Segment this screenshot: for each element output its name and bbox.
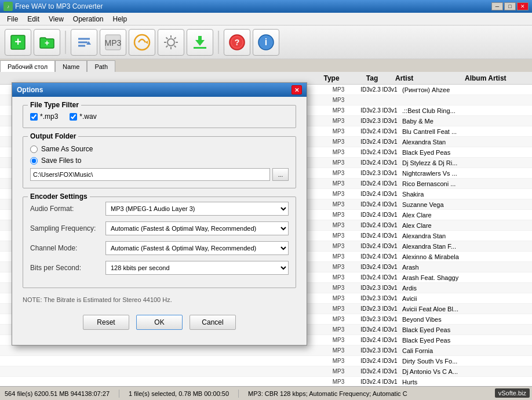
row-artist: (Рингтон) Ahzee — [402, 86, 472, 93]
menu-help[interactable]: Help — [108, 13, 132, 25]
toolbar-separator-1 — [65, 31, 66, 54]
row-artist: Cali Fornia — [402, 347, 472, 354]
wav-checkbox[interactable] — [70, 113, 77, 121]
row-type: MP3 — [321, 285, 356, 291]
menu-view[interactable]: View — [44, 13, 68, 25]
menu-file[interactable]: File — [2, 13, 23, 25]
col-header-type[interactable]: Type — [314, 74, 349, 82]
sampling-freq-label: Sampling Frequency: — [30, 224, 105, 232]
watermark: vSofte.biz — [495, 388, 530, 398]
row-type: MP3 — [321, 149, 356, 155]
download-btn[interactable] — [187, 29, 213, 56]
channel-mode-select[interactable]: Automatic (Fastest & Optimal Way, Recomm… — [105, 241, 289, 255]
minimize-button[interactable]: ─ — [491, 2, 503, 10]
row-type: MP3 — [321, 347, 356, 354]
row-type: MP3 — [321, 243, 356, 249]
row-artist: Suzanne Vega — [402, 201, 472, 208]
file-type-filter-title: File Type Filter — [28, 101, 81, 109]
convert-btn[interactable] — [129, 29, 155, 56]
add-file-btn[interactable]: + — [5, 29, 31, 56]
cancel-button[interactable]: Cancel — [190, 315, 236, 330]
row-artist: Alexandra Stan — [402, 139, 472, 146]
row-artist: Black Eyed Peas — [402, 149, 472, 156]
status-selected: 1 file(s) selected, 0.78 MB 00:00:50 — [129, 390, 229, 397]
row-artist: Dj Antonio Vs C A... — [402, 368, 472, 375]
table-row[interactable]: MP3 ID3v2.3 ID3v1 Cali Fornia — [0, 346, 532, 356]
menu-operation[interactable]: Operation — [68, 13, 108, 25]
table-row[interactable]: MP3 ID3v2.4 ID3v1 Dj Antonio Vs C A... — [0, 366, 532, 377]
tab-desktop[interactable]: Рабочий стол — [0, 60, 55, 72]
row-artist: Avicii — [402, 295, 472, 302]
row-artist: Black Eyed Peas — [402, 337, 472, 344]
path-input[interactable] — [30, 168, 270, 181]
bits-per-sec-select[interactable]: 128 kbits per second — [105, 261, 289, 275]
row-type: MP3 — [321, 326, 356, 333]
row-type: MP3 — [321, 274, 356, 281]
row-tag: ID3v2.4 ID3v1 — [356, 201, 402, 208]
add-folder-btn[interactable]: + — [34, 29, 60, 56]
app-icon: ♪ — [3, 2, 13, 11]
row-artist: Baby & Me — [402, 118, 472, 125]
audio-format-select[interactable]: MP3 (MPEG-1 Audio Layer 3) — [105, 202, 289, 216]
row-type: MP3 — [321, 264, 356, 270]
save-files-to-radio-label[interactable]: Save Files to — [30, 157, 289, 165]
reset-button[interactable]: Reset — [83, 315, 129, 330]
info-btn[interactable]: i — [253, 29, 279, 56]
audio-format-label: Audio Format: — [30, 205, 105, 213]
same-as-source-label: Same As Source — [41, 145, 93, 153]
row-artist: Alexandra Stan F... — [402, 243, 472, 250]
file-type-filter-section: File Type Filter *.mp3 *.wav — [23, 105, 296, 128]
save-files-to-radio[interactable] — [30, 157, 38, 165]
row-type: MP3 — [321, 139, 356, 145]
options-dialog: Options ✕ File Type Filter *.mp3 *.wav — [12, 82, 307, 346]
row-artist: Dj Stylezz & Dj Ri... — [402, 159, 472, 166]
sort-btn[interactable] — [71, 29, 97, 56]
sampling-freq-select[interactable]: Automatic (Fastest & Optimal Way, Recomm… — [105, 221, 289, 235]
status-separator-1 — [119, 390, 119, 398]
svg-text:+: + — [45, 38, 49, 48]
maximize-button[interactable]: □ — [504, 2, 516, 10]
toolbar: + + MP3 ? i — [0, 26, 532, 59]
dialog-close-button[interactable]: ✕ — [291, 85, 302, 94]
row-type: MP3 — [321, 358, 356, 364]
col-header-tag[interactable]: Tag — [349, 74, 395, 82]
dialog-title: Options — [17, 86, 43, 94]
row-type: MP3 — [321, 159, 356, 166]
encoder-settings-title: Encoder Settings — [28, 192, 90, 201]
tab-name[interactable]: Name — [55, 60, 87, 72]
tab-path[interactable]: Path — [87, 60, 115, 72]
row-tag: ID3v2.4 ID3v1 — [356, 243, 402, 249]
menu-edit[interactable]: Edit — [23, 13, 44, 25]
help-btn[interactable]: ? — [224, 29, 250, 56]
note-text: NOTE: The Bitrate is Estimated for Stere… — [23, 296, 296, 303]
dialog-buttons: Reset OK Cancel — [23, 311, 296, 337]
table-row[interactable]: MP3 ID3v2.4 ID3v1 Hurts — [0, 377, 532, 386]
settings-btn[interactable] — [158, 29, 184, 56]
close-button[interactable]: ✕ — [517, 2, 529, 10]
options-btn[interactable]: MP3 — [100, 29, 126, 56]
browse-button[interactable]: ... — [272, 168, 289, 181]
same-as-source-radio[interactable] — [30, 146, 38, 153]
col-header-album-artist[interactable]: Album Artist — [465, 74, 523, 82]
row-type: MP3 — [321, 97, 356, 103]
row-artist: Alex Clare — [402, 222, 472, 229]
svg-rect-14 — [194, 47, 206, 49]
svg-text:MP3: MP3 — [105, 38, 122, 48]
row-type: MP3 — [321, 222, 356, 228]
row-tag: ID3v2.3 ID3v1 — [356, 295, 402, 301]
row-tag: ID3v2.4 ID3v1 — [356, 149, 402, 155]
table-row[interactable]: MP3 ID3v2.4 ID3v1 Dirty South Vs Fo... — [0, 356, 532, 366]
col-header-artist[interactable]: Artist — [395, 74, 465, 82]
svg-text:i: i — [265, 37, 267, 47]
row-type: MP3 — [321, 337, 356, 343]
row-artist: Hurts — [402, 379, 472, 386]
row-tag: ID3v2.3 ID3v1 — [356, 306, 402, 312]
status-mp3-info: MP3: CBR 128 kbps; Automatic Frequency; … — [248, 390, 407, 397]
mp3-checkbox-label[interactable]: *.mp3 — [30, 112, 58, 121]
mp3-checkbox[interactable] — [30, 113, 38, 121]
row-tag: ID3v2.3 ID3v1 — [356, 347, 402, 354]
same-as-source-radio-label[interactable]: Same As Source — [30, 145, 289, 153]
wav-checkbox-label[interactable]: *.wav — [70, 112, 96, 121]
ok-button[interactable]: OK — [136, 315, 183, 330]
bits-per-sec-row: Bits per Second: 128 kbits per second — [30, 261, 289, 275]
